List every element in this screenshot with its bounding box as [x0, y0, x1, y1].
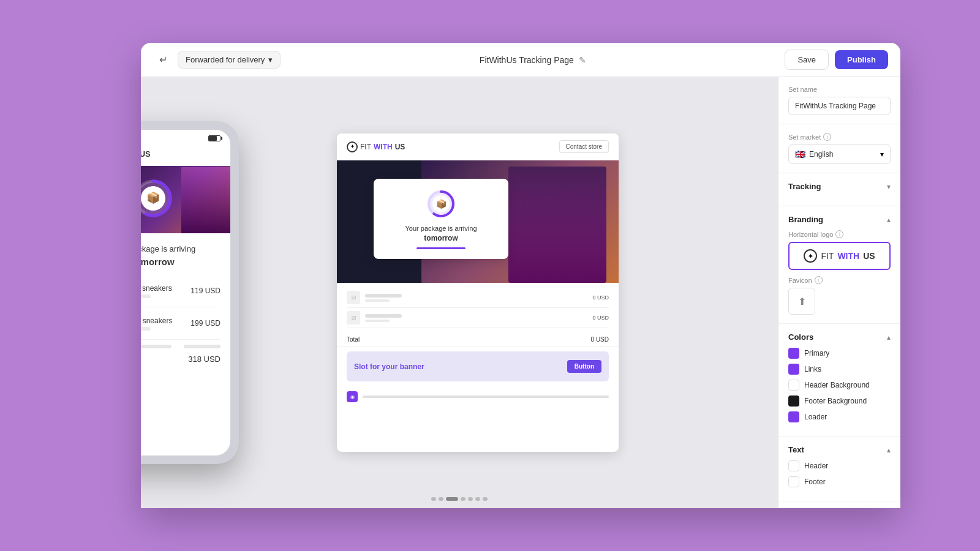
- favicon-upload-button[interactable]: ⬆: [788, 288, 815, 315]
- back-button[interactable]: ↵: [153, 50, 173, 70]
- colors-section: Colors ▴ Primary Links Header Background: [778, 324, 900, 437]
- product-thumbnail: ☑: [347, 311, 360, 324]
- market-selector[interactable]: 🇬🇧 English ▾: [788, 144, 891, 164]
- text-section-header: Text ▴: [788, 445, 891, 454]
- desktop-footer: ◉: [337, 386, 619, 407]
- market-left: 🇬🇧 English: [795, 149, 833, 159]
- logo-icon: ✦: [347, 141, 358, 152]
- set-market-section: Set market i 🇬🇧 English ▾: [778, 124, 900, 173]
- battery-icon: [208, 135, 221, 141]
- footer-icon: ◉: [347, 391, 358, 402]
- phone-total-row: Total 318 USD: [141, 352, 221, 364]
- list-item: ☑ 0 USD: [347, 288, 609, 308]
- svg-text:📦: 📦: [146, 191, 160, 204]
- set-name-input[interactable]: [788, 97, 891, 115]
- desktop-products: ☑ 0 USD ☑ 0 USD: [337, 283, 619, 333]
- logo-circle-icon: ✦: [804, 249, 817, 263]
- phone-logo: ✦ FITWITHUS: [141, 148, 151, 160]
- tracking-card: 📦 Your package is arriving tomorrow: [374, 179, 508, 259]
- product-info: Lace-up sneakers: [141, 317, 184, 331]
- text-swatch-header[interactable]: [788, 460, 799, 471]
- color-swatch-links[interactable]: [788, 364, 799, 375]
- total-lines: [141, 345, 221, 348]
- info-icon: i: [823, 133, 831, 141]
- colors-section-header: Colors ▴: [788, 332, 891, 342]
- product-sub-line: [141, 294, 151, 298]
- toolbar-right: Save Publish: [785, 50, 888, 70]
- toolbar-left: ↵ Forwarded for delivery ▾: [153, 50, 281, 70]
- text-label-header: Header: [804, 462, 828, 470]
- color-label-header-bg: Header Background: [804, 381, 870, 389]
- branding-section-header: Branding ▴: [788, 215, 891, 224]
- product-name: [365, 294, 587, 302]
- color-swatch-header-bg[interactable]: [788, 380, 799, 391]
- tracking-circle-container: 📦: [141, 177, 175, 222]
- publish-button[interactable]: Publish: [835, 50, 888, 69]
- banner-button[interactable]: Button: [567, 360, 601, 373]
- chevron-up-icon: ▴: [887, 333, 891, 342]
- product-sub-line: [141, 327, 151, 331]
- page-title: FitWithUs Tracking Page: [480, 55, 574, 65]
- tracking-nav-section: Tracking ▾: [778, 173, 900, 206]
- status-dropdown[interactable]: Forwarded for delivery ▾: [178, 51, 281, 69]
- button-section: Button ▴ Background: [778, 501, 900, 508]
- phone-tracking-message: Your package is arriving tomorrow: [141, 233, 230, 275]
- desktop-total-row: Total 0 USD: [337, 333, 619, 347]
- text-swatch-footer[interactable]: [788, 476, 799, 487]
- chevron-down-icon: ▾: [268, 55, 273, 64]
- logo-preview-inner: ✦ FITWITHUS: [804, 249, 875, 263]
- contact-store-button[interactable]: Contact store: [559, 140, 609, 153]
- edit-icon[interactable]: ✎: [579, 55, 586, 65]
- color-swatch-loader[interactable]: [788, 411, 799, 422]
- set-name-label: Set name: [788, 86, 891, 93]
- preview-pagination: [431, 497, 488, 501]
- logo-preview[interactable]: ✦ FITWITHUS: [788, 242, 891, 270]
- pagination-dot[interactable]: [446, 497, 458, 501]
- desktop-tracking-message: Your package is arriving tomorrow: [383, 224, 499, 249]
- desktop-preview-header: ✦ FITWITHUS Contact store: [337, 133, 619, 160]
- model-silhouette: [508, 167, 606, 283]
- phone-total-section: Total 318 USD: [141, 340, 230, 369]
- flag-icon: 🇬🇧: [795, 149, 805, 159]
- chevron-up-icon: ▴: [887, 446, 891, 454]
- hero-model-image: [181, 167, 230, 233]
- phone-products-list: 👟 Low-top sneakers 119 USD 👟: [141, 275, 230, 340]
- pagination-dot[interactable]: [431, 497, 436, 501]
- color-row-header-bg: Header Background: [788, 380, 891, 391]
- list-item: ☑ 0 USD: [347, 308, 609, 328]
- tracking-progress-circle: 📦: [426, 189, 456, 219]
- phone-status-bar: ⌾: [141, 130, 230, 144]
- color-row-loader: Loader: [788, 411, 891, 422]
- text-section: Text ▴ Header Footer: [778, 437, 900, 501]
- color-label-primary: Primary: [804, 349, 829, 358]
- color-row-primary: Primary: [788, 348, 891, 359]
- favicon-label: Favicon i: [788, 276, 891, 284]
- pagination-dot[interactable]: [483, 497, 488, 501]
- set-market-label: Set market i: [788, 133, 891, 141]
- color-label-links: Links: [804, 365, 821, 373]
- set-name-section: Set name: [778, 77, 900, 124]
- total-line: [141, 345, 172, 348]
- text-label-footer: Footer: [804, 478, 826, 486]
- phone-logo-bar: ✦ FITWITHUS: [141, 144, 230, 166]
- tracking-progress-bar: [417, 247, 466, 249]
- product-info: Low-top sneakers: [141, 284, 184, 298]
- color-row-links: Links: [788, 364, 891, 375]
- branding-section: Branding ▴ Horizontal logo i ✦ FITWITHUS…: [778, 206, 900, 324]
- pagination-dot[interactable]: [439, 497, 443, 501]
- save-button[interactable]: Save: [785, 50, 829, 70]
- text-row-footer: Footer: [788, 476, 891, 487]
- pagination-dot[interactable]: [468, 497, 473, 501]
- pagination-dot[interactable]: [475, 497, 480, 501]
- product-thumbnail: ☑: [347, 291, 360, 304]
- desktop-hero: 📦 Your package is arriving tomorrow: [337, 160, 619, 283]
- color-label-footer-bg: Footer Background: [804, 397, 867, 405]
- product-name: [365, 314, 587, 322]
- phone-hero: 📦: [141, 166, 230, 233]
- pagination-dot[interactable]: [461, 497, 466, 501]
- footer-bar: [363, 395, 609, 398]
- info-icon: i: [835, 230, 843, 238]
- list-item: 👟 Lace-up sneakers 199 USD: [141, 307, 221, 340]
- color-swatch-primary[interactable]: [788, 348, 799, 359]
- color-swatch-footer-bg[interactable]: [788, 395, 799, 407]
